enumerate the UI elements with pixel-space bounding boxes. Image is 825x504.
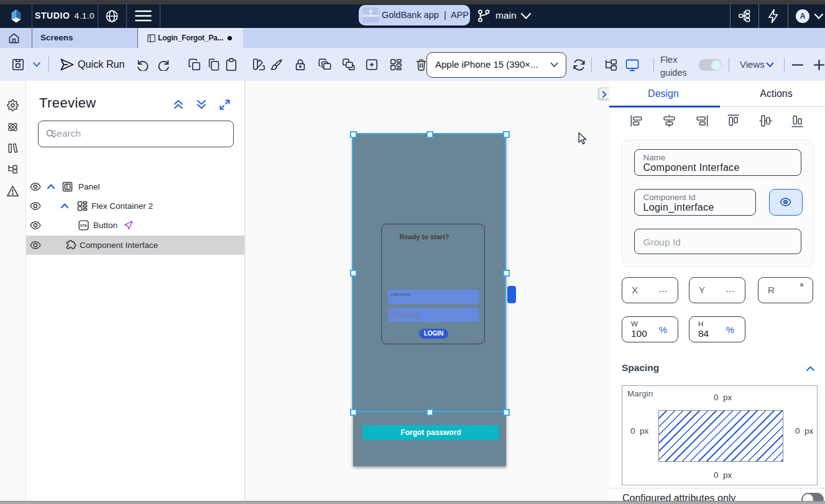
svg-text:BTN: BTN <box>80 223 87 227</box>
